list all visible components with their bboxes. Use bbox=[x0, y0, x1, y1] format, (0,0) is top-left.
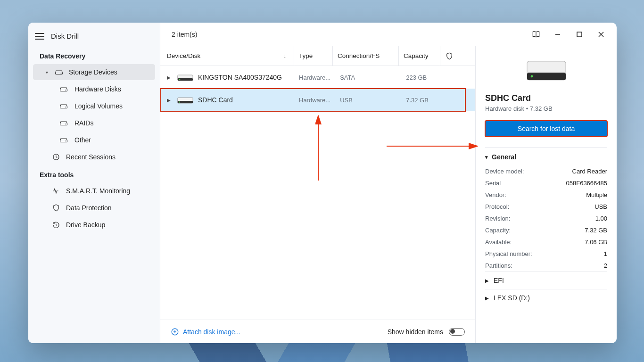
show-hidden-toggle: Show hidden items bbox=[388, 328, 465, 336]
svg-point-0 bbox=[61, 73, 62, 74]
sidebar-item-label: RAIDs bbox=[74, 119, 93, 127]
sidebar: Disk Drill Data Recovery ▾ Storage Devic… bbox=[28, 23, 160, 343]
col-header-capacity[interactable]: Capacity bbox=[399, 46, 440, 66]
property-value: Multiple bbox=[586, 191, 607, 198]
device-pane-footer: Attach disk image... Show hidden items bbox=[160, 320, 475, 343]
property-row: Available:7.06 GB bbox=[485, 236, 607, 248]
sidebar-item-label: Data Protection bbox=[66, 204, 112, 212]
sidebar-heading-data-recovery: Data Recovery bbox=[28, 47, 160, 64]
section-efi[interactable]: ▶ EFI bbox=[485, 272, 607, 289]
sidebar-item-label: Other bbox=[74, 136, 91, 144]
sidebar-item-hardware-disks[interactable]: Hardware Disks bbox=[33, 81, 155, 97]
property-key: Revision: bbox=[485, 215, 510, 222]
shield-icon bbox=[445, 52, 454, 60]
col-header-label: Device/Disk bbox=[167, 52, 200, 59]
drive-icon bbox=[177, 72, 193, 82]
property-row: Protocol:USB bbox=[485, 201, 607, 213]
app-window: Disk Drill Data Recovery ▾ Storage Devic… bbox=[28, 23, 617, 343]
device-list-pane: Device/Disk ↓ Type Connection/FS Capacit… bbox=[160, 46, 475, 343]
activity-icon bbox=[52, 187, 60, 195]
property-key: Capacity: bbox=[485, 227, 511, 234]
property-value: 1 bbox=[604, 250, 607, 257]
col-header-protection[interactable] bbox=[440, 46, 458, 66]
sidebar-item-drive-backup[interactable]: Drive Backup bbox=[33, 217, 155, 233]
drive-icon bbox=[59, 119, 68, 127]
detail-subtitle: Hardware disk • 7.32 GB bbox=[485, 105, 607, 112]
property-row: Partitions:2 bbox=[485, 260, 607, 272]
device-capacity: 223 GB bbox=[401, 66, 443, 89]
property-row: Vendor:Multiple bbox=[485, 189, 607, 201]
device-row[interactable]: ▶ KINGSTON SA400S37240G Hardware... SATA… bbox=[160, 66, 475, 89]
section-label: EFI bbox=[494, 277, 504, 284]
sidebar-item-data-protection[interactable]: Data Protection bbox=[33, 200, 155, 216]
property-row: Serial058F63666485 bbox=[485, 177, 607, 189]
property-value: 1.00 bbox=[595, 215, 607, 222]
maximize-button[interactable] bbox=[569, 23, 590, 46]
clock-icon bbox=[52, 153, 60, 161]
chevron-right-icon[interactable]: ▶ bbox=[167, 75, 173, 80]
sidebar-item-raids[interactable]: RAIDs bbox=[33, 115, 155, 131]
detail-title: SDHC Card bbox=[485, 93, 607, 103]
col-header-label: Type bbox=[299, 52, 313, 59]
sidebar-item-label: Hardware Disks bbox=[74, 85, 121, 93]
col-header-label: Connection/FS bbox=[338, 52, 380, 59]
attach-disk-image-button[interactable]: Attach disk image... bbox=[171, 328, 240, 336]
col-header-connection[interactable]: Connection/FS bbox=[333, 46, 399, 66]
svg-rect-7 bbox=[577, 32, 582, 37]
sidebar-item-storage-devices[interactable]: ▾ Storage Devices bbox=[33, 64, 155, 80]
sidebar-item-label: Drive Backup bbox=[66, 221, 105, 229]
col-header-type[interactable]: Type bbox=[294, 46, 333, 66]
sidebar-item-smart[interactable]: S.M.A.R.T. Monitoring bbox=[33, 183, 155, 199]
device-type: Hardware... bbox=[294, 89, 335, 111]
sidebar-item-recent-sessions[interactable]: Recent Sessions bbox=[33, 149, 155, 165]
svg-point-15 bbox=[179, 101, 180, 102]
property-row: Physical number:1 bbox=[485, 248, 607, 260]
close-button[interactable] bbox=[590, 23, 612, 46]
drive-icon bbox=[59, 136, 68, 144]
property-row: Revision:1.00 bbox=[485, 213, 607, 224]
property-row: Capacity:7.32 GB bbox=[485, 224, 607, 236]
toggle-label: Show hidden items bbox=[388, 328, 443, 336]
sidebar-item-other[interactable]: Other bbox=[33, 132, 155, 148]
property-value: Card Reader bbox=[572, 168, 607, 175]
device-name: SDHC Card bbox=[198, 96, 233, 104]
toolbar: 2 item(s) bbox=[160, 23, 617, 46]
sidebar-item-label: Recent Sessions bbox=[66, 153, 116, 161]
device-connection: USB bbox=[335, 89, 401, 111]
property-value: 058F63666485 bbox=[566, 180, 607, 187]
section-general[interactable]: ▾ General bbox=[485, 153, 607, 161]
window-controls bbox=[525, 23, 612, 46]
svg-point-2 bbox=[66, 107, 66, 107]
chevron-right-icon: ▶ bbox=[485, 296, 489, 301]
minimize-button[interactable] bbox=[547, 23, 569, 46]
history-icon bbox=[52, 221, 60, 229]
sidebar-item-logical-volumes[interactable]: Logical Volumes bbox=[33, 98, 155, 114]
col-header-label: Capacity bbox=[404, 52, 429, 59]
device-table-header: Device/Disk ↓ Type Connection/FS Capacit… bbox=[160, 46, 475, 66]
manual-icon[interactable] bbox=[525, 23, 547, 46]
device-row-selected[interactable]: ▶ SDHC Card Hardware... USB 7.32 GB bbox=[160, 89, 475, 111]
drive-icon bbox=[55, 68, 63, 76]
device-connection: SATA bbox=[335, 66, 401, 89]
chevron-down-icon: ▾ bbox=[485, 154, 488, 160]
chevron-right-icon[interactable]: ▶ bbox=[167, 98, 173, 103]
hamburger-icon[interactable] bbox=[35, 33, 44, 40]
toggle-switch[interactable] bbox=[449, 328, 465, 336]
col-header-device[interactable]: Device/Disk ↓ bbox=[167, 46, 294, 66]
sidebar-item-label: Storage Devices bbox=[69, 68, 117, 76]
property-key: Serial bbox=[485, 180, 501, 187]
property-key: Device model: bbox=[485, 168, 524, 175]
app-title: Disk Drill bbox=[51, 32, 79, 40]
plus-circle-icon bbox=[171, 328, 179, 336]
property-value: USB bbox=[594, 203, 607, 210]
drive-icon bbox=[59, 102, 68, 110]
device-capacity: 7.32 GB bbox=[401, 89, 443, 111]
search-for-lost-data-button[interactable]: Search for lost data bbox=[485, 121, 607, 137]
chevron-right-icon: ▶ bbox=[485, 278, 489, 283]
attach-label: Attach disk image... bbox=[183, 328, 240, 336]
section-lexsd[interactable]: ▶ LEX SD (D:) bbox=[485, 289, 607, 306]
property-value: 7.06 GB bbox=[585, 239, 607, 246]
drive-icon bbox=[177, 95, 193, 105]
sidebar-heading-extra-tools: Extra tools bbox=[28, 165, 160, 182]
main-pane: 2 item(s) Device/Disk ↓ Type Connection/… bbox=[160, 23, 617, 343]
